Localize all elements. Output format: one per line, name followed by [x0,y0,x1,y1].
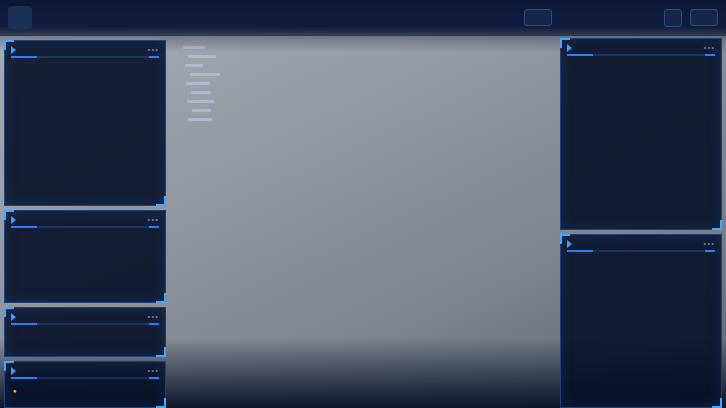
exit-icon [697,12,708,23]
panel-arrow-icon [11,46,16,54]
personnel-stats [5,231,165,237]
expand-icon [668,13,678,23]
panel-system-alarm: ••• [560,38,722,230]
humidity-indicator [602,13,615,23]
alarm-stat-grid [5,61,165,69]
panel-arrow-icon [11,216,16,224]
panel-arrow-icon [567,44,572,52]
panel-arrow-icon [11,367,16,375]
device-alarm-tabs [561,255,721,261]
temperature-indicator [581,13,594,23]
panel-arrow-icon [567,240,572,248]
wind-icon [623,13,633,23]
orbit-icon [534,12,545,23]
panel-arrow-icon [11,313,16,321]
more-dots-icon[interactable]: ••• [148,366,159,375]
cpu-usage-chart [569,67,661,99]
fullscreen-button[interactable] [664,9,682,27]
smart-city-dashboard: ••• ••• ••• ••• ● [0,0,726,408]
panel-device-statistics: ••• [4,307,166,357]
more-dots-icon[interactable]: ••• [148,312,159,321]
more-dots-icon[interactable]: ••• [148,45,159,54]
thermometer-icon [581,13,591,23]
more-dots-icon[interactable]: ••• [704,43,715,52]
more-dots-icon[interactable]: ••• [704,239,715,248]
top-header [0,0,726,36]
sun-icon [560,13,570,23]
view-3d-toggle[interactable] [524,9,552,26]
panel-personnel-info: ••• [4,210,166,303]
weather-indicator [560,13,573,23]
exit-button[interactable] [690,9,718,26]
panel-alarm-statistics: ••• [4,40,166,206]
app-logo-icon [8,6,32,30]
wind-indicator [623,13,636,23]
broadcast-timestamp [5,399,165,401]
more-dots-icon[interactable]: ••• [148,215,159,224]
device-stat-row [5,328,165,336]
droplet-icon [602,13,612,23]
broadcast-message: ● [5,382,165,399]
panel-device-alarm: ••• [560,234,722,408]
panel-live-broadcast: ••• ● [4,361,166,408]
